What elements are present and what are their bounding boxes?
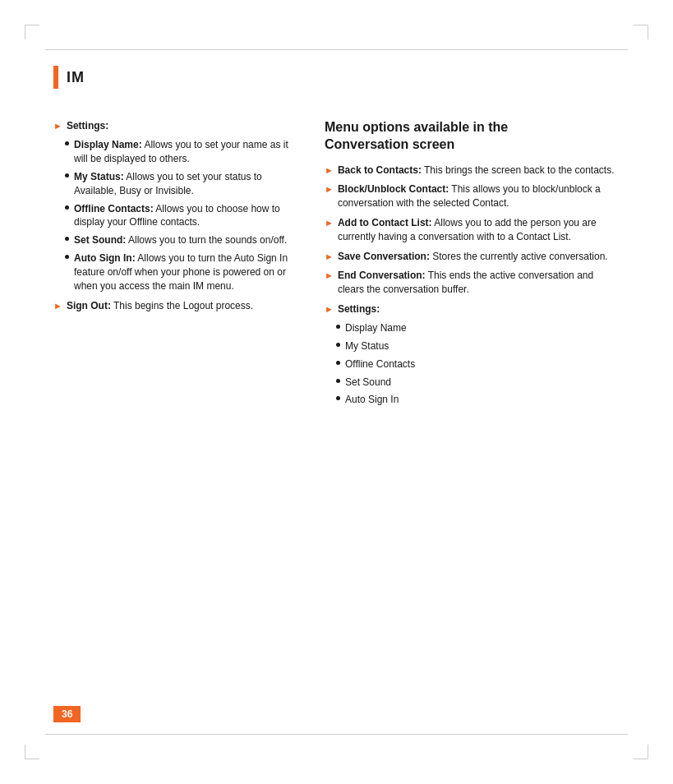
save-conversation-item: ► Save Conversation: Stores the currentl…	[325, 250, 620, 264]
corner-mark-bl	[25, 745, 39, 759]
right-column: Menu options available in the Conversati…	[325, 119, 620, 413]
bottom-rule	[45, 734, 628, 735]
block-unblock-item: ► Block/Unblock Contact: This allows you…	[325, 182, 620, 211]
dot-bullet	[65, 173, 69, 178]
left-column: ► Settings: Display Name: Allows you to …	[53, 119, 300, 413]
right-dot-my-status: My Status	[336, 339, 620, 353]
settings-arrow-item: ► Settings:	[53, 119, 300, 133]
arrow-icon-end: ►	[325, 270, 334, 283]
top-rule	[45, 49, 628, 50]
right-dot-display-name: Display Name	[336, 321, 620, 335]
right-settings-arrow-item: ► Settings:	[325, 302, 620, 316]
right-dot-offline-contacts: Offline Contacts	[336, 357, 620, 371]
dot-bullet	[336, 361, 340, 365]
dot-bullet	[65, 205, 69, 210]
arrow-icon-back: ►	[325, 164, 334, 178]
dot-bullet	[65, 141, 69, 145]
arrow-icon-right-settings: ►	[325, 303, 334, 316]
page-header: IM	[53, 66, 85, 89]
dot-item-display-name: Display Name: Allows you to set your nam…	[65, 138, 300, 166]
right-dot-set-sound: Set Sound	[336, 376, 620, 390]
end-conversation-item: ► End Conversation: This ends the active…	[325, 269, 620, 297]
arrow-icon-settings: ►	[53, 120, 62, 133]
arrow-icon-save: ►	[325, 251, 334, 264]
corner-mark-tr	[634, 25, 648, 39]
sign-out-arrow-item: ► Sign Out: This begins the Logout proce…	[53, 299, 300, 313]
settings-sub-list: Display Name: Allows you to set your nam…	[65, 138, 300, 293]
main-content: ► Settings: Display Name: Allows you to …	[53, 119, 620, 413]
arrow-icon-add: ►	[325, 217, 334, 230]
back-to-contacts-item: ► Back to Contacts: This brings the scre…	[325, 164, 620, 178]
dot-item-auto-sign-in: Auto Sign In: Allows you to turn the Aut…	[65, 251, 300, 293]
dot-item-offline-contacts: Offline Contacts: Allows you to choose h…	[65, 202, 300, 230]
conversation-screen-heading: Menu options available in the Conversati…	[325, 119, 620, 154]
page-title: IM	[67, 69, 85, 86]
page-number: 36	[53, 706, 81, 722]
dot-item-my-status: My Status: Allows you to set your status…	[65, 170, 300, 198]
sign-out-text: Sign Out: This begins the Logout process…	[67, 299, 300, 313]
dot-bullet	[336, 325, 340, 329]
arrow-icon-signout: ►	[53, 300, 62, 313]
page: IM ► Settings: Display Name: Allows you …	[0, 0, 673, 784]
corner-mark-br	[634, 745, 648, 759]
dot-bullet	[336, 379, 340, 383]
dot-bullet	[336, 396, 340, 400]
right-settings-sub-list: Display Name My Status Offline Contacts …	[336, 321, 620, 407]
settings-label: Settings:	[67, 119, 300, 133]
arrow-icon-block: ►	[325, 183, 334, 196]
dot-bullet	[336, 343, 340, 347]
dot-item-set-sound: Set Sound: Allows you to turn the sounds…	[65, 233, 300, 247]
orange-accent-bar	[53, 66, 58, 89]
dot-bullet	[65, 237, 69, 241]
corner-mark-tl	[25, 25, 39, 39]
right-dot-auto-sign-in: Auto Sign In	[336, 393, 620, 407]
add-to-contact-list-item: ► Add to Contact List: Allows you to add…	[325, 216, 620, 245]
dot-bullet	[65, 255, 69, 259]
